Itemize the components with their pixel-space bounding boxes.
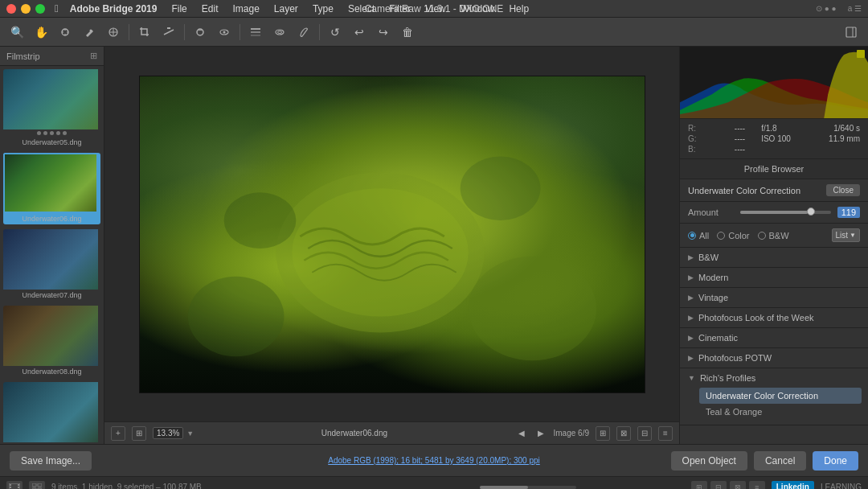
menu-type[interactable]: Type — [306, 0, 340, 18]
save-image-button[interactable]: Save Image... — [10, 451, 92, 471]
prev-image-btn[interactable]: ◀ — [515, 427, 528, 440]
menu-file[interactable]: File — [165, 0, 193, 18]
amount-value[interactable]: 119 — [837, 207, 860, 218]
main-image — [139, 76, 645, 393]
profile-group-vintage-header[interactable]: Vintage — [680, 288, 868, 307]
settings-icon[interactable]: ≡ — [749, 481, 765, 490]
crop-tool[interactable] — [134, 22, 155, 43]
separator — [129, 24, 129, 40]
profile-group-potw: Photofocus POTW — [680, 348, 868, 368]
g-value: ---- — [735, 134, 745, 143]
profile-group-richs-content: Underwater Color Correction Teal & Orang… — [680, 388, 868, 425]
filmstrip-toggle-icon[interactable]: ⊞ — [90, 51, 97, 61]
done-button[interactable]: Done — [813, 451, 858, 471]
color-profile-link[interactable]: Adobe RGB (1998); 16 bit; 5481 by 3649 (… — [328, 456, 540, 465]
spot-removal-tool[interactable] — [190, 22, 211, 43]
chevron-modern-icon — [688, 273, 694, 281]
white-balance-tool[interactable] — [55, 22, 76, 43]
zoom-tool[interactable]: 🔍 — [6, 22, 27, 43]
radio-color[interactable] — [717, 232, 725, 240]
items-count-info: 9 items, 1 hidden, 9 selected – 100.87 M… — [51, 483, 365, 489]
progress-bar-area — [371, 486, 685, 489]
profile-group-potw-header[interactable]: Photofocus POTW — [680, 348, 868, 368]
red-eye-tool[interactable] — [214, 22, 235, 43]
menu-help[interactable]: Help — [502, 0, 535, 18]
filmstrip-item-underwater07[interactable]: Underwater07.dng — [3, 229, 100, 301]
hand-tool[interactable]: ✋ — [31, 22, 51, 43]
svg-point-9 — [223, 31, 226, 33]
amount-slider[interactable] — [740, 211, 831, 214]
grid-icon[interactable] — [29, 481, 45, 490]
menu-edit[interactable]: Edit — [195, 0, 225, 18]
list-dropdown[interactable]: List ▼ — [832, 228, 860, 242]
view-icon-1[interactable]: ⊞ — [691, 481, 707, 490]
cancel-button[interactable]: Cancel — [754, 451, 806, 471]
settings-btn[interactable]: ≡ — [658, 426, 673, 441]
filmstrip-item-underwater06[interactable]: Underwater06.dng — [3, 153, 100, 224]
filter-color[interactable]: Color — [717, 231, 749, 240]
filmstrip-icon[interactable] — [6, 481, 23, 490]
filmstrip-item-underwater05[interactable]: Underwater05.dng — [3, 69, 100, 148]
view-icon-3[interactable]: ⊠ — [730, 481, 746, 490]
radio-bw[interactable] — [758, 232, 766, 240]
undo-tool[interactable]: ↩ — [349, 22, 370, 43]
profile-group-richs-header[interactable]: Rich's Profiles — [680, 368, 868, 388]
reset-tool[interactable]: ↺ — [325, 22, 346, 43]
compare-btn[interactable]: ⊞ — [132, 426, 146, 441]
next-image-btn[interactable]: ▶ — [534, 427, 547, 440]
profile-group-photofocus-label: Photofocus Look of the Week — [698, 313, 814, 323]
trash-tool[interactable]: 🗑 — [397, 22, 418, 43]
filmstrip-item-underwater08[interactable]: Underwater08.dng — [3, 306, 100, 377]
adjustment-brush-tool[interactable] — [293, 22, 314, 43]
color-sample-tool[interactable] — [79, 22, 100, 43]
profile-group-bw-header[interactable]: B&W — [680, 248, 868, 267]
profile-group-modern-label: Modern — [698, 273, 728, 282]
targeted-adjustment-tool[interactable] — [103, 22, 124, 43]
panel-toggle[interactable] — [841, 22, 862, 43]
filter-bw[interactable]: B&W — [758, 231, 789, 240]
view-icon-2[interactable]: ⊟ — [710, 481, 727, 490]
filter-bw-label: B&W — [769, 231, 789, 240]
filter-all-label: All — [699, 231, 709, 240]
image-container[interactable] — [104, 47, 679, 421]
zoom-dropdown-icon[interactable]: ▼ — [186, 429, 194, 438]
title-bar:  Adobe Bridge 2019 File Edit Image Laye… — [0, 0, 868, 18]
window-title: Camera Raw 11.3.1 - DXO ONE — [365, 3, 504, 14]
profile-group-photofocus-header[interactable]: Photofocus Look of the Week — [680, 308, 868, 327]
grid-view-btn[interactable]: ⊞ — [596, 426, 610, 441]
minimize-window-btn[interactable] — [21, 4, 31, 14]
profile-group-cinematic-header[interactable]: Cinematic — [680, 328, 868, 347]
straighten-tool[interactable] — [158, 22, 179, 43]
filmstrip-header: Filmstrip ⊞ — [0, 47, 104, 66]
profile-group-bw: B&W — [680, 248, 868, 268]
close-profile-btn[interactable]: Close — [826, 184, 860, 196]
menu-image[interactable]: Image — [226, 0, 265, 18]
zoom-value[interactable]: 13.3% — [153, 427, 183, 439]
loupe-btn[interactable]: ⊠ — [616, 426, 631, 441]
profile-group-modern-header[interactable]: Modern — [680, 268, 868, 287]
iso-row: ISO 100 11.9 mm — [761, 134, 860, 143]
redo-tool[interactable]: ↪ — [373, 22, 394, 43]
radial-filter-tool[interactable] — [269, 22, 290, 43]
profile-group-cinematic: Cinematic — [680, 328, 868, 348]
open-object-button[interactable]: Open Object — [671, 451, 747, 471]
close-window-btn[interactable] — [6, 4, 16, 14]
radio-all[interactable] — [688, 232, 696, 240]
filter-all[interactable]: All — [688, 231, 709, 240]
menu-app-name[interactable]: Adobe Bridge 2019 — [63, 0, 164, 18]
menu-layer[interactable]: Layer — [268, 0, 305, 18]
profile-item-teal-orange[interactable]: Teal & Orange — [699, 404, 862, 420]
amount-slider-thumb[interactable] — [807, 208, 815, 216]
graduated-filter-tool[interactable] — [245, 22, 266, 43]
chevron-photofocus-icon — [688, 314, 694, 322]
svg-point-19 — [468, 256, 596, 360]
profile-item-underwater[interactable]: Underwater Color Correction — [699, 388, 862, 404]
maximize-window-btn[interactable] — [35, 4, 45, 14]
svg-point-13 — [276, 30, 284, 35]
separator-4 — [319, 24, 320, 40]
filmstrip-item-underwater09[interactable]: Underwater09.dng — [3, 382, 100, 444]
g-channel-row: G: ---- — [688, 134, 745, 143]
profile-group-photofocus: Photofocus Look of the Week — [680, 308, 868, 328]
add-view-btn[interactable]: + — [111, 426, 125, 441]
fullscreen-btn[interactable]: ⊟ — [637, 426, 652, 441]
